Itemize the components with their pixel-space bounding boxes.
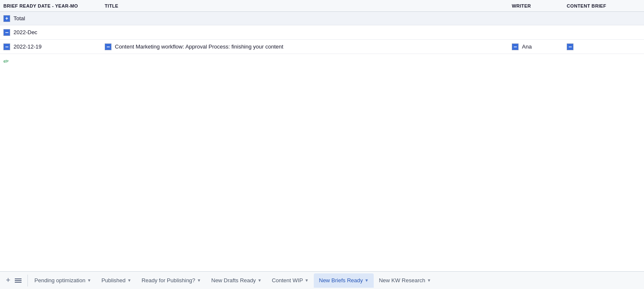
chevron-down-icon: ▼ xyxy=(87,278,91,283)
year-month-label: 2022-Dec xyxy=(14,29,98,35)
table-header: BRIEF READY DATE - Year-Mo TITLE WRITER … xyxy=(0,0,644,12)
collapse-row-brief-button[interactable]: − xyxy=(567,43,573,50)
header-title: TITLE xyxy=(105,3,512,8)
menu-line-1 xyxy=(15,278,22,279)
tab-pending-optimization[interactable]: Pending optimization ▼ xyxy=(30,273,97,288)
tab-label-new-briefs-ready: New Briefs Ready xyxy=(319,277,363,284)
edit-icon[interactable]: ✏ xyxy=(3,57,9,66)
group-label-total: Total xyxy=(14,15,25,22)
group-row-total: + Total xyxy=(0,12,644,25)
tab-new-briefs-ready[interactable]: New Briefs Ready ▼ xyxy=(314,273,374,288)
add-tab-button[interactable]: + xyxy=(5,276,11,285)
tab-label-content-wip: Content WIP xyxy=(272,277,303,284)
tab-new-kw-research[interactable]: New KW Research ▼ xyxy=(374,273,436,288)
menu-line-2 xyxy=(15,280,22,281)
header-brief-ready-date: BRIEF READY DATE - Year-Mo xyxy=(3,3,105,8)
tab-content-wip[interactable]: Content WIP ▼ xyxy=(267,273,314,288)
date-cell: − 2022-12-19 xyxy=(3,43,105,50)
edit-row: ✏ xyxy=(0,54,644,68)
chevron-down-icon: ▼ xyxy=(427,278,431,283)
tab-menu-button[interactable] xyxy=(14,278,22,284)
tab-label-new-drafts-ready: New Drafts Ready xyxy=(211,277,255,284)
brief-cell: − xyxy=(567,43,641,50)
chevron-down-icon: ▼ xyxy=(364,278,369,283)
tab-bar: + Pending optimization ▼ Published ▼ Rea… xyxy=(0,271,644,289)
collapse-row-title-button[interactable]: − xyxy=(105,43,111,50)
date-value: 2022-12-19 xyxy=(14,43,42,50)
tab-ready-for-publishing[interactable]: Ready for Publishing? ▼ xyxy=(136,273,206,288)
title-value: Content Marketing workflow: Approval Pro… xyxy=(115,43,283,50)
table-row: − 2022-12-19 − Content Marketing workflo… xyxy=(0,40,644,54)
collapse-row-writer-button[interactable]: − xyxy=(512,43,519,50)
collapse-row-date-button[interactable]: − xyxy=(3,43,10,50)
collapse-2022-dec-button[interactable]: − xyxy=(3,29,10,36)
menu-line-3 xyxy=(15,282,22,283)
year-month-row-2022-dec: − 2022-Dec xyxy=(0,25,644,40)
tab-published[interactable]: Published ▼ xyxy=(96,273,136,288)
chevron-down-icon: ▼ xyxy=(197,278,201,283)
chevron-down-icon: ▼ xyxy=(258,278,262,283)
tab-new-drafts-ready[interactable]: New Drafts Ready ▼ xyxy=(206,273,266,288)
table-content: + Total − 2022-Dec − 2022-12-19 − Conten… xyxy=(0,12,644,271)
tab-bar-divider xyxy=(27,275,28,286)
writer-cell: − Ana xyxy=(512,43,567,50)
tab-label-new-kw-research: New KW Research xyxy=(379,277,425,284)
expand-total-button[interactable]: + xyxy=(3,15,10,22)
title-cell: − Content Marketing workflow: Approval P… xyxy=(105,43,512,50)
chevron-down-icon: ▼ xyxy=(304,278,309,283)
tab-label-ready-for-publishing: Ready for Publishing? xyxy=(141,277,195,284)
header-writer: WRITER xyxy=(512,3,567,8)
header-content-brief: CONTENT BRIEF xyxy=(567,3,641,8)
chevron-down-icon: ▼ xyxy=(127,278,131,283)
tab-bar-controls: + xyxy=(2,276,26,285)
writer-value: Ana xyxy=(522,43,532,50)
tab-label-published: Published xyxy=(101,277,125,284)
tab-label-pending-optimization: Pending optimization xyxy=(35,277,86,284)
